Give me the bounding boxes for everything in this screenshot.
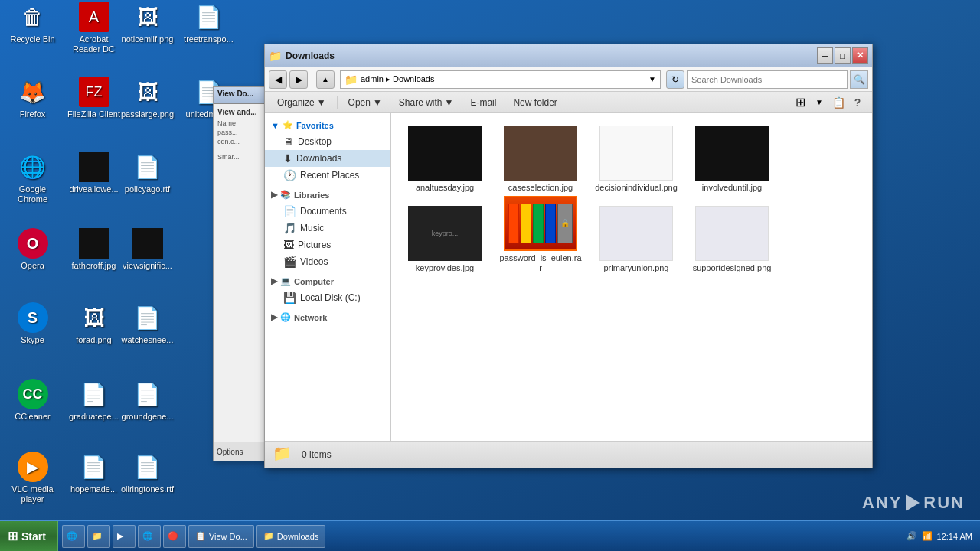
address-bar[interactable]: 📁 admin ▸ Downloads ▼ <box>340 70 661 89</box>
view-pass-item: pass... <box>217 128 266 137</box>
up-button[interactable]: ▲ <box>316 70 335 89</box>
taskbar-chrome-btn[interactable]: 🌐 <box>138 525 161 548</box>
nav-item-desktop[interactable]: 🖥 Desktop <box>265 133 390 150</box>
search-button[interactable]: 🔍 <box>850 70 868 89</box>
file-item-caseselection[interactable]: caseselection.jpg <box>495 121 586 197</box>
view-name-col: Name <box>217 119 266 128</box>
file-item-password-rar[interactable]: 🔒 password_is_eulen.rar <box>495 201 586 278</box>
open-button[interactable]: Open ▼ <box>342 94 388 111</box>
tray-speaker-icon[interactable]: 🔊 <box>906 531 917 541</box>
taskbar-downloads-btn[interactable]: 📁 Downloads <box>256 525 325 548</box>
file-item-analtuesday[interactable]: analtuesday.jpg <box>399 121 491 197</box>
open-dropdown-icon: ▼ <box>373 97 382 108</box>
nav-item-music[interactable]: 🎵 Music <box>265 220 390 236</box>
desktop-icon-policyago[interactable]: 📄 policyago.rtf <box>119 152 176 194</box>
taskbar-folder-icon[interactable]: 📁 <box>87 525 110 548</box>
desktop-icon-vlc[interactable]: ▶ VLC media player <box>4 452 61 504</box>
nav-item-videos[interactable]: 🎬 Videos <box>265 253 390 270</box>
email-button[interactable]: E-mail <box>464 94 502 111</box>
desktop-icon-driveallowe[interactable]: driveallowe... <box>65 152 122 194</box>
status-text: 0 items <box>302 449 332 460</box>
help-button[interactable]: ? <box>849 94 866 111</box>
view-dropdown-button[interactable]: ▼ <box>811 94 828 111</box>
desktop-icon-watchesnee[interactable]: 📄 watchesnee... <box>119 302 176 345</box>
status-bar: 📁 0 items <box>265 441 872 468</box>
nav-item-pictures[interactable]: 🖼 Pictures <box>265 236 390 253</box>
nav-item-recent[interactable]: 🕐 Recent Places <box>265 167 390 184</box>
file-thumb-password-rar: 🔒 <box>504 196 577 251</box>
file-item-supportdesigned[interactable]: supportdesigned.png <box>686 201 778 278</box>
taskbar-view-do-btn[interactable]: 📋 View Do... <box>188 525 254 548</box>
nav-item-local-disk[interactable]: 💾 Local Disk (C:) <box>265 289 390 306</box>
details-pane-button[interactable]: 📋 <box>830 94 847 111</box>
view-window-title[interactable]: View Do... <box>214 87 270 104</box>
search-box[interactable] <box>687 70 848 89</box>
favorites-header[interactable]: ▼ ⭐ Favorites <box>265 117 390 133</box>
libraries-header[interactable]: ▶ 📚 Libraries <box>265 187 390 203</box>
recent-nav-icon: 🕐 <box>283 169 296 181</box>
desktop-icon-fatheroff[interactable]: fatheroff.jpg <box>65 228 122 271</box>
share-with-button[interactable]: Share with ▼ <box>393 94 460 111</box>
desktop-icon-viewsignific[interactable]: viewsignific... <box>119 228 176 271</box>
taskbar: ⊞ Start 🌐 📁 ▶ 🌐 🔴 📋 View Do... 📁 Downloa… <box>0 520 980 551</box>
nav-item-documents[interactable]: 📄 Documents <box>265 203 390 220</box>
title-bar: 📁 Downloads ─ □ ✕ <box>265 44 872 67</box>
taskbar-media-icon[interactable]: ▶ <box>113 525 136 548</box>
desktop-icon-acrobat[interactable]: A Acrobat Reader DC <box>65 2 122 54</box>
view-options-bar: Options <box>214 442 270 461</box>
view-toggle-button[interactable]: ⊞ <box>792 94 808 111</box>
favorites-icon: ⭐ <box>283 120 293 130</box>
back-button[interactable]: ◀ <box>269 70 287 89</box>
file-name-supportdesigned: supportdesigned.png <box>693 263 772 273</box>
view-section-title: View and... <box>217 108 266 116</box>
desktop-icon-forad[interactable]: 🖼 forad.png <box>65 302 122 345</box>
desktop-icon-groundgene[interactable]: 📄 groundgene... <box>119 379 176 422</box>
desktop-icon-hopemade[interactable]: 📄 hopemade... <box>65 452 122 494</box>
taskbar-right: 🔊 📶 12:14 AM <box>899 531 980 541</box>
desktop-icon-filezilla[interactable]: FZ FileZilla Client <box>65 77 122 119</box>
start-button[interactable]: ⊞ Start <box>0 521 58 552</box>
desktop-icon-skype[interactable]: S Skype <box>4 302 61 345</box>
minimize-button[interactable]: ─ <box>817 47 833 64</box>
desktop-icon-ccleaner[interactable]: CC CCleaner <box>4 379 61 422</box>
file-item-involveduntil[interactable]: involveduntil.jpg <box>686 121 778 197</box>
file-thumb-keyprovides: keypro... <box>408 206 482 261</box>
address-dropdown-icon[interactable]: ▼ <box>648 75 656 83</box>
file-item-primaryunion[interactable]: primaryunion.png <box>590 201 682 278</box>
file-thumb-primaryunion <box>599 206 673 261</box>
file-name-decisionindividual: decisionindividual.png <box>595 183 678 193</box>
desktop-icon-chrome[interactable]: 🌐 Google Chrome <box>4 152 61 204</box>
new-folder-button[interactable]: New folder <box>507 94 563 111</box>
libraries-arrow: ▶ <box>271 190 277 200</box>
view-options-button[interactable]: Options <box>217 448 243 456</box>
address-text: admin ▸ Downloads <box>361 74 645 84</box>
status-folder-icon: 📁 <box>273 444 294 465</box>
nav-item-downloads[interactable]: ⬇ Downloads <box>265 150 390 167</box>
refresh-button[interactable]: ↻ <box>666 70 684 89</box>
network-header[interactable]: ▶ 🌐 Network <box>265 309 390 325</box>
file-name-keyprovides: keyprovides.jpg <box>416 263 474 273</box>
desktop-icon-oilringtones[interactable]: 📄 oilringtones.rtf <box>119 452 176 494</box>
search-input[interactable] <box>691 75 843 84</box>
restore-button[interactable]: □ <box>835 47 851 64</box>
desktop-icon-recycle-bin[interactable]: 🗑 Recycle Bin <box>4 2 61 44</box>
forward-button[interactable]: ▶ <box>289 70 308 89</box>
anyrun-text-run: RUN <box>923 493 965 513</box>
file-thumb-supportdesigned <box>695 206 769 261</box>
computer-header[interactable]: ▶ 💻 Computer <box>265 273 390 289</box>
taskbar-ie-icon[interactable]: 🌐 <box>62 525 85 548</box>
desktop-icon-firefox[interactable]: 🦊 Firefox <box>4 77 61 119</box>
desktop-icon-opera[interactable]: O Opera <box>4 228 61 271</box>
desktop-icon-treetranspo[interactable]: 📄 treetranspo... <box>180 2 237 44</box>
desktop-icon-passlarge[interactable]: 🖼 passlarge.png <box>119 77 176 119</box>
tray-network-icon[interactable]: 📶 <box>922 531 933 541</box>
desktop-icon-graduatepe[interactable]: 📄 graduatepe... <box>65 379 122 422</box>
windows-logo: ⊞ <box>8 529 18 543</box>
organize-button[interactable]: Organize ▼ <box>271 94 332 111</box>
taskbar-security-btn[interactable]: 🔴 <box>163 525 186 548</box>
close-button[interactable]: ✕ <box>852 47 868 64</box>
file-item-keyprovides[interactable]: keypro... keyprovides.jpg <box>399 201 491 278</box>
libraries-icon: 📚 <box>280 190 291 200</box>
desktop-icon-noticemilf[interactable]: 🖼 noticemilf.png <box>119 2 176 44</box>
file-item-decisionindividual[interactable]: decisionindividual.png <box>590 121 682 197</box>
